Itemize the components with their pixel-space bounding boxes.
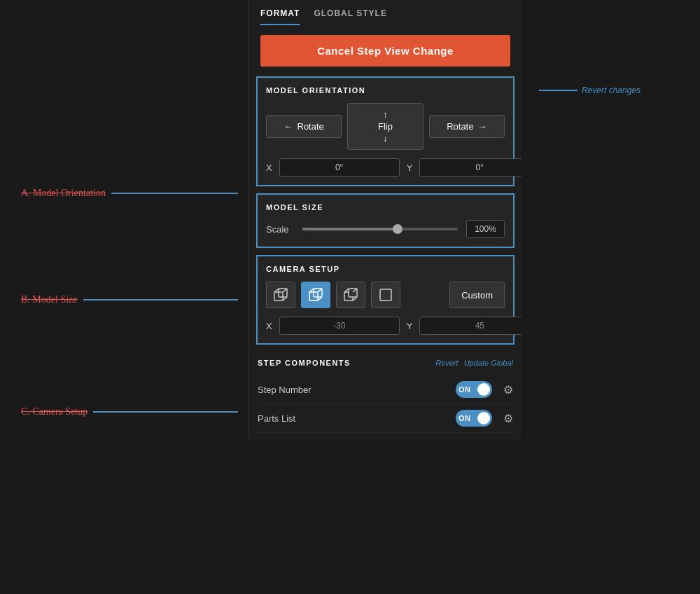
model-size-title: MODEL SIZE — [266, 203, 505, 212]
cube2-icon — [308, 287, 323, 303]
rotate-left-label: Rotate — [298, 121, 324, 132]
camera-xyz-inputs: X Y Z — [266, 317, 505, 335]
tab-format[interactable]: FORMAT — [260, 8, 300, 25]
flip-down-icon: ↓ — [383, 133, 388, 144]
annotation-a-label: A. Model Orientation — [21, 188, 106, 199]
tab-global-style[interactable]: GLOBAL STYLE — [314, 8, 386, 25]
model-orientation-section: MODEL ORIENTATION ← Rotate ↑ Flip ↓ Rota — [256, 76, 514, 186]
model-orientation-title: MODEL ORIENTATION — [266, 86, 505, 95]
square-icon — [379, 288, 393, 302]
parts-list-label: Parts List — [258, 413, 456, 424]
parts-list-gear-icon[interactable]: ⚙ — [503, 412, 513, 425]
rotate-right-button[interactable]: Rotate → — [429, 115, 505, 138]
flip-button[interactable]: ↑ Flip ↓ — [347, 103, 423, 150]
step-number-label: Step Number — [258, 385, 456, 395]
main-panel: FORMAT GLOBAL STYLE Cancel Step View Cha… — [248, 0, 522, 440]
tabs-container: FORMAT GLOBAL STYLE — [249, 0, 522, 25]
model-size-section: MODEL SIZE Scale — [256, 193, 514, 248]
camera-setup-title: CAMERA SETUP — [266, 265, 505, 273]
cube3-icon — [343, 287, 358, 303]
xyz-inputs: X Y Z — [266, 158, 505, 177]
revert-link[interactable]: Revert — [435, 359, 458, 367]
camera-setup-section: CAMERA SETUP — [256, 255, 514, 345]
camera-preset-1[interactable] — [266, 282, 295, 308]
scale-slider-track[interactable] — [302, 228, 458, 230]
x-label: X — [266, 163, 272, 173]
flip-label: Flip — [378, 121, 393, 132]
camera-presets: Custom — [266, 282, 505, 308]
annotation-c-label: C. Camera Setup — [21, 406, 88, 417]
rotate-right-label: Rotate — [447, 121, 473, 132]
cam-y-input[interactable] — [419, 317, 522, 335]
revert-line — [539, 90, 578, 91]
annotation-b-label: B. Model Size — [21, 294, 78, 305]
rotate-left-button[interactable]: ← Rotate — [266, 115, 342, 138]
step-number-toggle[interactable]: ON — [456, 381, 492, 398]
revert-annotation-label: Revert changes — [582, 85, 640, 95]
scale-slider-thumb[interactable] — [393, 224, 402, 234]
camera-preset-2[interactable] — [301, 282, 330, 308]
x-input[interactable] — [279, 158, 400, 177]
arrow-left-icon: ← — [284, 121, 293, 132]
step-number-toggle-knob — [477, 383, 490, 396]
annotation-a: A. Model Orientation — [21, 188, 238, 199]
svg-rect-15 — [380, 289, 391, 301]
y-input[interactable] — [419, 158, 522, 177]
camera-custom-button[interactable]: Custom — [449, 282, 505, 308]
cancel-step-view-button[interactable]: Cancel Step View Change — [260, 35, 510, 67]
y-label: Y — [407, 163, 413, 173]
annotation-c-line — [93, 411, 238, 413]
parts-list-toggle-container: ON ⚙ — [456, 410, 513, 427]
cube1-icon — [273, 287, 288, 303]
scale-slider-fill — [302, 228, 396, 230]
annotation-b: B. Model Size — [21, 294, 238, 305]
revert-annotation: Revert changes — [539, 85, 640, 95]
annotation-c: C. Camera Setup — [21, 406, 238, 417]
cam-x-label: X — [266, 321, 272, 331]
step-number-toggle-container: ON ⚙ — [456, 381, 513, 398]
parts-list-toggle[interactable]: ON — [456, 410, 492, 427]
arrow-right-icon: → — [477, 121, 486, 132]
annotation-a-line — [111, 193, 238, 194]
step-number-row: Step Number ON ⚙ — [258, 375, 513, 404]
step-components-title: STEP COMPONENTS — [258, 359, 351, 367]
parts-list-row: Parts List ON ⚙ — [258, 404, 513, 433]
step-components-header: STEP COMPONENTS Revert Update Global — [258, 359, 513, 367]
annotation-b-line — [83, 299, 239, 301]
parts-list-toggle-knob — [477, 412, 490, 424]
scale-value-input[interactable] — [466, 220, 505, 238]
scale-row: Scale — [266, 220, 505, 238]
step-number-gear-icon[interactable]: ⚙ — [503, 383, 513, 396]
update-global-link[interactable]: Update Global — [464, 359, 513, 367]
step-components-section: STEP COMPONENTS Revert Update Global Ste… — [249, 352, 522, 440]
camera-preset-4[interactable] — [371, 282, 400, 308]
flip-up-icon: ↑ — [383, 109, 388, 120]
cancel-btn-wrapper: Cancel Step View Change — [249, 25, 522, 76]
orientation-buttons: ← Rotate ↑ Flip ↓ Rotate → — [266, 103, 505, 150]
step-links: Revert Update Global — [435, 359, 513, 367]
cam-y-label: Y — [407, 321, 413, 331]
step-number-toggle-label: ON — [458, 385, 471, 394]
scale-label: Scale — [266, 224, 294, 235]
camera-preset-3[interactable] — [336, 282, 365, 308]
parts-list-toggle-label: ON — [458, 414, 471, 422]
cam-x-input[interactable] — [279, 317, 400, 335]
